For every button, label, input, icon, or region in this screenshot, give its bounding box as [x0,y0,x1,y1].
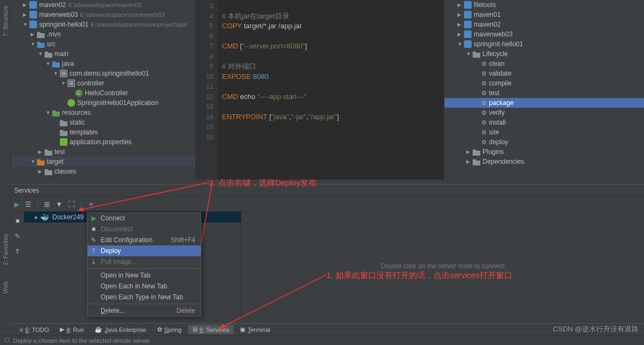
tab-label: Spring [164,326,182,333]
maven-item-label: Dependencies [482,158,524,165]
tree-item[interactable]: ▶maven02E:\ideaworkspace\maven02 [11,0,195,10]
tab-icon: ≡ [20,326,23,333]
tree-item-path: E:\ideaworkspace\maven02 [68,2,141,8]
tab-icon: ☕ [95,326,102,333]
menu-item-disconnect: ■Disconnect [88,224,201,235]
tree-item[interactable]: ▼src [11,39,195,49]
menu-item-open-each-in-new-tab[interactable]: Open Each in New Tab [88,281,201,292]
maven-item[interactable]: ⚙install [444,118,644,127]
tree-item-label: com.demo.springinithello01 [70,70,149,77]
services-side-icons: ■ ✎ ⇑ [11,212,24,321]
maven-panel[interactable]: ▶filetools▶maven01▶maven02▶mavenweb03▼sp… [444,0,644,180]
folder-icon [473,50,480,58]
tree-item[interactable]: ▼controller [11,78,195,88]
tree-item[interactable]: application.properties [11,137,195,147]
maven-item[interactable]: ▶maven01 [444,10,644,20]
toolbar-layout-icon[interactable]: ⊞ [44,200,50,208]
deploy-icon[interactable]: ⇑ [15,248,20,255]
project-tree[interactable]: ▶maven02E:\ideaworkspace\maven02▶mavenwe… [11,0,196,180]
menu-item-edit-configuration[interactable]: ✎Edit ConfigurationShift+F4 [88,235,201,245]
tree-item[interactable]: SpringinitHello01Application [11,98,195,108]
menu-item-connect[interactable]: ▶Connect [88,213,201,224]
tree-item[interactable]: ▼springinit-hello01E:\ideaworkspace\mave… [11,20,195,29]
watermark: CSDN @逆水行舟没有退路 [553,324,639,334]
maven-item[interactable]: ⚙verify [444,108,644,118]
tree-item[interactable]: static [11,118,195,127]
filter-icon[interactable]: ▼ [55,200,63,208]
code-editor[interactable]: 345678910111213141516 # 本机jar在target目录CO… [196,0,444,180]
tree-item[interactable]: ▼target [11,157,195,167]
prop-icon [60,138,67,146]
tree-item[interactable]: ▼com.demo.springinithello01 [11,69,195,78]
maven-item-label: maven02 [474,21,500,28]
bottom-tool-bar: ≡6: TODO▶4: Run☕Java Enterprise✿Spring⊞8… [11,323,644,335]
menu-item-open-each-type-in-new-tab[interactable]: Open Each Type in New Tab [88,292,201,303]
maven-item[interactable]: ⚙deploy [444,137,644,147]
menu-shortcut: Delete [176,307,195,315]
favorites-tool-button[interactable]: 2: Favorites [2,234,9,265]
maven-item[interactable]: ⚙test [444,88,644,98]
tool-tab-java-enterprise[interactable]: ☕Java Enterprise [90,325,150,334]
menu-shortcut: Shift+F4 [171,236,195,244]
maven-item[interactable]: ⚙package [444,98,644,108]
tree-item[interactable]: ▼resources [11,108,195,118]
maven-item[interactable]: ⚙validate [444,69,644,78]
folder-blue [37,40,45,48]
web-tool-button[interactable]: Web [2,281,9,293]
tool-tab--todo[interactable]: ≡6: TODO [15,325,53,334]
structure-tool-button[interactable]: 7: Structure [2,5,9,36]
tree-item[interactable]: ▶test [11,147,195,157]
add-icon[interactable]: ＋ [88,199,95,209]
tree-item[interactable]: HelloController [11,88,195,98]
menu-item-label: Disconnect [101,225,133,233]
tree-item[interactable]: templates [11,127,195,137]
tree-item-label: mavenweb03 [39,11,78,19]
m-icon [464,1,472,9]
menu-icon: ▶ [90,214,97,222]
folder-orange [37,158,45,165]
maven-item-label: Plugins [482,148,504,156]
maven-item[interactable]: ▶Plugins [444,147,644,157]
maven-item-label: Lifecycle [482,50,508,58]
tool-tab--services[interactable]: ⊞8: Services [188,325,233,334]
menu-item-delete-[interactable]: Delete...Delete [88,305,201,316]
maven-item-label: mavenweb03 [474,30,512,38]
tree-item[interactable]: ▼main [11,49,195,59]
stop-icon[interactable]: ■ [15,217,19,225]
maven-item[interactable]: ▶Dependencies [444,157,644,167]
tool-tab--run[interactable]: ▶4: Run [55,325,88,334]
menu-item-label: Open in New Tab [101,272,151,279]
tree-item-label: java [62,60,74,67]
tree-item-label: main [54,50,69,58]
tree-item-path: E:\ideaworkspace\mavenproject\spri [91,21,187,28]
tool-tab-terminal[interactable]: ▣Terminal [236,325,275,334]
m-icon [464,21,472,28]
gear-icon: ⚙ [481,60,487,67]
toolbar-expand-icon[interactable]: ⛶ [68,200,75,208]
editor-content[interactable]: # 本机jar在target目录COPY target/*.jar /app.j… [218,0,444,180]
tree-item[interactable]: ▶mavenweb03E:\ideaworkspace\mavenweb03 [11,10,195,20]
menu-item-deploy[interactable]: ⇑Deploy [88,245,201,256]
class-icon [75,89,83,97]
tree-item[interactable]: ▶classes [11,167,195,176]
maven-item[interactable]: ▼Lifecycle [444,49,644,59]
run-icon[interactable]: ▶ [14,200,20,208]
tree-item[interactable]: ▼java [11,59,195,69]
tree-item[interactable]: ▶.mvn [11,29,195,39]
toolbar-tree-icon[interactable]: ☰ [25,200,32,208]
edit-icon[interactable]: ✎ [15,232,20,240]
left-tool-gutter: 7: Structure [0,0,11,180]
maven-item[interactable]: ⚙clean [444,59,644,69]
menu-item-label: Connect [101,214,125,222]
maven-item[interactable]: ⚙compile [444,78,644,88]
maven-item[interactable]: ▶maven02 [444,20,644,29]
maven-item[interactable]: ⚙site [444,127,644,137]
maven-item[interactable]: ▶mavenweb03 [444,29,644,39]
tree-item-label: maven02 [39,1,66,9]
tab-label: 6: TODO [25,326,49,333]
maven-item[interactable]: ▶filetools [444,0,644,10]
tool-tab-spring[interactable]: ✿Spring [153,325,186,334]
menu-item-open-in-new-tab[interactable]: Open in New Tab [88,270,201,281]
maven-item[interactable]: ▼springinit-hello01 [444,39,644,49]
tab-label: 4: Run [66,326,84,333]
